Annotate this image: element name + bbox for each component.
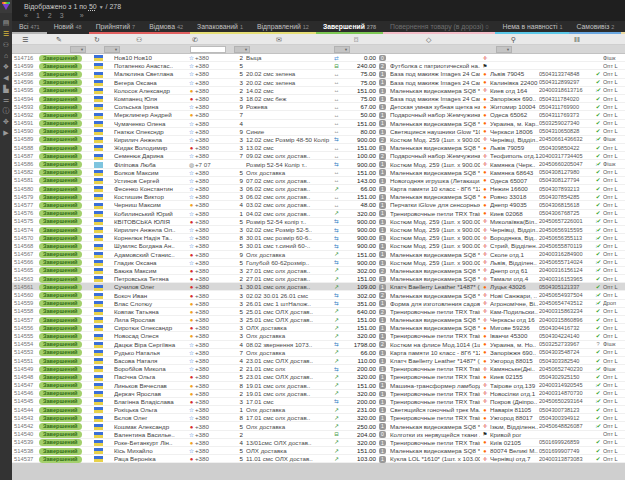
- phone-cell[interactable]: ☆+380: [188, 54, 232, 61]
- status-cell[interactable]: Завершений: [39, 340, 94, 348]
- phone-cell[interactable]: ●+380: [188, 439, 232, 446]
- status-cell[interactable]: Завершений: [39, 381, 94, 389]
- product-column-icon[interactable]: ◇: [426, 34, 431, 45]
- status-cell[interactable]: Завершений: [39, 95, 94, 103]
- phone-cell[interactable]: ●+380: [188, 308, 232, 315]
- tracking-number[interactable]: 0504307893213: [539, 186, 593, 192]
- info-icon[interactable]: ⓘ: [0, 105, 12, 116]
- phone-cell[interactable]: ☆+380: [188, 357, 232, 364]
- status-cell[interactable]: Завершений: [39, 193, 94, 201]
- tracking-number[interactable]: 0504308127980: [539, 169, 593, 175]
- order-row[interactable]: 514588 Завершений Жидак Володимир ●+380 …: [12, 144, 625, 152]
- tracking-number[interactable]: 0504302925150: [539, 374, 593, 380]
- order-row[interactable]: 514595 Завершений Колосок Александр ●+38…: [12, 87, 625, 95]
- status-cell[interactable]: Завершений: [39, 111, 94, 119]
- phone-cell[interactable]: ●+380: [188, 144, 232, 151]
- order-row[interactable]: 514538 Завершений Кісь Михайло ☆+380 5 О…: [12, 447, 625, 455]
- orders-list-icon[interactable]: ☰: [0, 28, 12, 39]
- tracking-number[interactable]: 0504304224140: [539, 333, 593, 339]
- order-row[interactable]: 514545 Завершений Благінна Владіслава ●+…: [12, 398, 625, 406]
- status-cell[interactable]: Завершений: [39, 103, 94, 111]
- client-column-icon[interactable]: ⚇: [136, 34, 142, 45]
- phone-cell[interactable]: ☆+380: [188, 234, 232, 241]
- phone-cell[interactable]: ☆+380: [188, 406, 232, 413]
- column-filter-dropdown[interactable]: ▼: [496, 46, 512, 53]
- tracking-number[interactable]: 20450652740230: [539, 366, 593, 372]
- order-row[interactable]: 514594 Завершений Компанец Юля ●+380 3 1…: [12, 95, 625, 103]
- tab-Відправлений[interactable]: Відправлений12: [250, 21, 316, 34]
- tracking-number[interactable]: 0504300394912: [539, 415, 593, 421]
- tracking-number[interactable]: 20450654937504: [539, 292, 593, 298]
- tracking-number[interactable]: 0504311769900: [539, 104, 593, 110]
- status-cell[interactable]: Завершений: [39, 160, 94, 168]
- tracking-number[interactable]: 0504308127794: [539, 177, 593, 183]
- order-row[interactable]: 514587 Завершений Семенюк Дарина ☆+380 7…: [12, 152, 625, 160]
- page-button[interactable]: 3: [60, 12, 64, 19]
- status-cell[interactable]: Завершений: [39, 78, 94, 86]
- tracking-number[interactable]: 0504307854285: [539, 194, 593, 200]
- phone-cell[interactable]: ●+380: [188, 300, 232, 307]
- order-row[interactable]: 514591 Завершений Чумаченко Олена ☆+380 …: [12, 120, 625, 128]
- tracking-number[interactable]: 20400316153965: [539, 276, 593, 282]
- status-cell[interactable]: Завершений: [39, 414, 94, 422]
- megaphone-icon[interactable]: ◀: [0, 72, 12, 83]
- phone-cell[interactable]: ●+380: [188, 398, 232, 405]
- status-cell[interactable]: Завершений: [39, 365, 94, 373]
- last-page-icon[interactable]: »: [80, 12, 84, 19]
- status-cell[interactable]: Завершений: [39, 307, 94, 315]
- phone-cell[interactable]: ☆+380: [188, 259, 232, 266]
- tracking-number[interactable]: 20450656915595: [539, 227, 593, 233]
- order-row[interactable]: 514582 Завершений Волков Максим ☆+380 5 …: [12, 169, 625, 177]
- order-row[interactable]: 514586 Завершений Філіпова Люба ◍+7 07 Р…: [12, 160, 625, 168]
- tracking-number[interactable]: 0504309850422: [539, 145, 593, 151]
- order-row[interactable]: 514598 Завершений Малютина Светлана ☆+38…: [12, 70, 625, 78]
- tab-Самовивіз[interactable]: Самовивіз2: [569, 21, 621, 34]
- tab-Повернення товару (в дорозі)[interactable]: Повернення товару (в дорозі)0: [383, 21, 495, 34]
- status-cell[interactable]: Завершений: [39, 373, 94, 381]
- tab-Новий[interactable]: Новий48: [47, 21, 89, 34]
- phone-cell[interactable]: ☆+380: [188, 169, 232, 176]
- phone-cell[interactable]: ☆+380: [188, 349, 232, 356]
- id-card-icon[interactable]: ▤: [0, 17, 12, 28]
- status-cell[interactable]: Завершений: [39, 430, 94, 438]
- status-cell[interactable]: Завершений: [39, 389, 94, 397]
- status-cell[interactable]: Завершений: [39, 176, 94, 184]
- phone-cell[interactable]: ☆+380: [188, 185, 232, 192]
- phone-cell[interactable]: ☆+380: [188, 128, 232, 135]
- tracking-number[interactable]: 20450655714024: [539, 259, 593, 265]
- phone-cell[interactable]: ●+380: [188, 332, 232, 339]
- phone-cell[interactable]: ☆+380: [188, 79, 232, 86]
- status-cell[interactable]: Завершений: [39, 242, 94, 250]
- status-cell[interactable]: Завершений: [39, 299, 94, 307]
- tracking-number[interactable]: 0504306815618: [539, 202, 593, 208]
- column-filter-dropdown[interactable]: ▼: [334, 46, 350, 53]
- phone-cell[interactable]: ☆+380: [188, 120, 232, 127]
- status-cell[interactable]: Завершений: [39, 291, 94, 299]
- tab-Прийнятий[interactable]: Прийнятий7: [89, 21, 142, 34]
- order-row[interactable]: 514599 Завершений Потапенко Анастас.. ☆+…: [12, 62, 625, 70]
- tracking-number[interactable]: 0501699907749: [539, 448, 593, 454]
- order-row[interactable]: 514549 Завершений Воробйов Микола ☆+380 …: [12, 365, 625, 373]
- phone-cell[interactable]: ☆+380: [188, 152, 232, 159]
- tracking-number[interactable]: 0504310650828: [539, 128, 593, 134]
- tracking-number[interactable]: 20450657226001: [539, 218, 593, 224]
- status-cell[interactable]: Завершений: [39, 209, 94, 217]
- column-filter-dropdown[interactable]: ▼: [104, 46, 120, 53]
- phone-cell[interactable]: ●+380: [188, 95, 232, 102]
- orders-column-icon[interactable]: ☰: [22, 34, 28, 45]
- tracking-number[interactable]: 20400318613716: [539, 87, 593, 93]
- order-row[interactable]: 514590 Завершений Гнатюк Олексндр ☆+380 …: [12, 128, 625, 136]
- phone-cell[interactable]: ☆+380: [188, 242, 232, 249]
- tracking-number[interactable]: 0504300738123: [539, 407, 593, 413]
- order-row[interactable]: 514554 Завершений Дацюк Віра Сергіївна ☆…: [12, 341, 625, 349]
- order-row[interactable]: 514560 Завершений Бокоч Иван ●+380 3 02.…: [12, 291, 625, 299]
- tracking-number[interactable]: 20400316156124: [539, 267, 593, 273]
- tracking-number[interactable]: 0504313374848: [539, 71, 593, 77]
- phone-cell[interactable]: ●+380: [188, 455, 232, 462]
- order-row[interactable]: 514577 Завершений Черниш Максим ●+380 4 …: [12, 201, 625, 209]
- column-filter-dropdown[interactable]: ▼: [70, 46, 86, 53]
- status-cell[interactable]: Завершений: [39, 127, 94, 135]
- order-row[interactable]: 514580 Завершений Фесенко Константин ☆+3…: [12, 185, 625, 193]
- status-cell[interactable]: Завершений: [39, 266, 94, 274]
- status-cell[interactable]: Завершений: [39, 332, 94, 340]
